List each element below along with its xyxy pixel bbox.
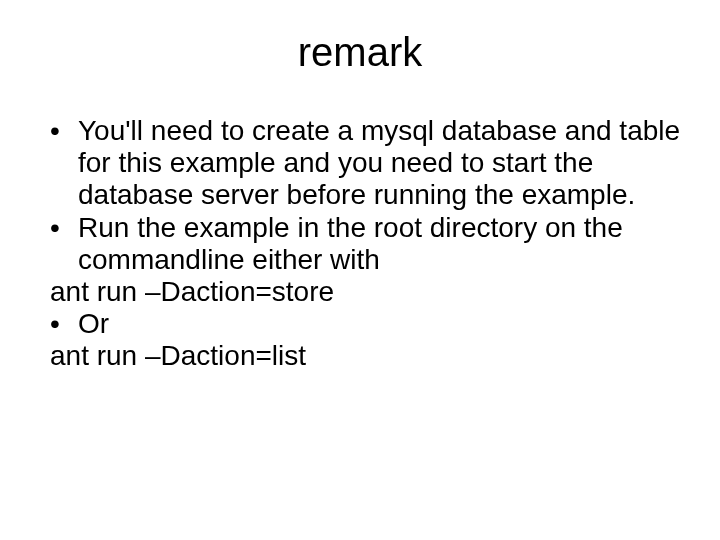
bullet-text: Or — [78, 308, 690, 340]
bullet-item: • Or — [50, 308, 690, 340]
bullet-icon: • — [50, 212, 78, 244]
slide-content: • You'll need to create a mysql database… — [30, 115, 690, 373]
bullet-text: Run the example in the root directory on… — [78, 212, 690, 276]
bullet-text: You'll need to create a mysql database a… — [78, 115, 690, 212]
code-line: ant run –Daction=list — [50, 340, 690, 372]
slide: remark • You'll need to create a mysql d… — [0, 0, 720, 540]
bullet-icon: • — [50, 308, 78, 340]
code-line: ant run –Daction=store — [50, 276, 690, 308]
slide-title: remark — [30, 30, 690, 75]
bullet-item: • Run the example in the root directory … — [50, 212, 690, 276]
bullet-item: • You'll need to create a mysql database… — [50, 115, 690, 212]
bullet-icon: • — [50, 115, 78, 147]
